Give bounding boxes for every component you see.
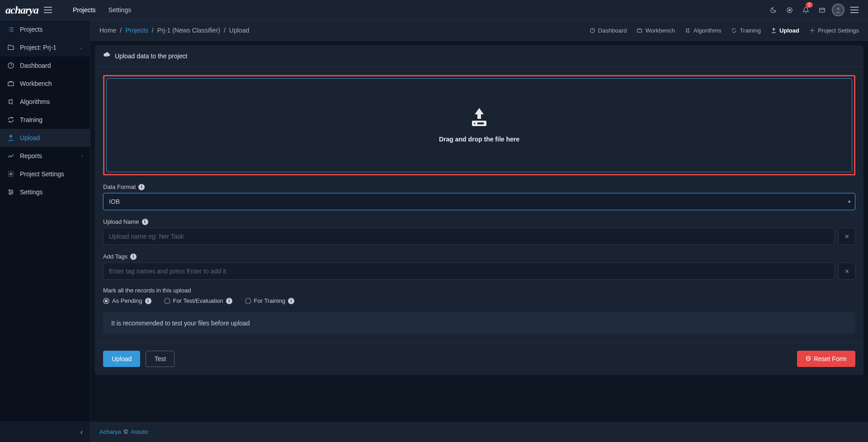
sidebar-item-project-settings[interactable]: Project Settings (0, 165, 90, 183)
dropzone-text: Drag and drop the file here (439, 136, 519, 143)
training-icon (7, 116, 14, 123)
svg-point-27 (474, 122, 476, 124)
clear-tags-button[interactable]: ✕ (838, 263, 855, 280)
info-icon[interactable]: i (226, 298, 232, 304)
test-button[interactable]: Test (146, 351, 175, 367)
tab-dashboard[interactable]: Dashboard (590, 27, 627, 34)
svg-point-19 (11, 192, 13, 193)
sidebar-project[interactable]: Project: Prj-1 ⌄ (0, 38, 90, 56)
tab-workbench[interactable]: Workbench (637, 27, 675, 34)
file-dropzone[interactable]: Drag and drop the file here (106, 78, 852, 172)
info-icon[interactable]: i (142, 219, 148, 225)
workbench-icon (7, 80, 14, 87)
dropzone-highlight: Drag and drop the file here (103, 75, 855, 175)
help-icon[interactable] (781, 2, 797, 18)
sidebar-label: Reports (20, 152, 76, 160)
notification-badge: 2 (806, 2, 813, 8)
footer-app-link[interactable]: Acharya (99, 428, 121, 435)
sidebar-collapse[interactable]: ‹ (0, 422, 90, 442)
upload-large-icon (468, 108, 490, 128)
info-alert: It is recommended to test your files bef… (103, 312, 855, 334)
svg-point-18 (9, 190, 10, 191)
crumb-project[interactable]: Prj-1 (News Classifier) (157, 27, 220, 34)
sidebar-label: Training (20, 116, 83, 123)
upload-icon (7, 134, 14, 141)
avatar[interactable] (830, 2, 846, 18)
upload-card: Upload data to the project Drag and drop… (95, 45, 863, 375)
sidebar-label: Project: Prj-1 (20, 44, 74, 51)
reset-form-button[interactable]: Reset Form (797, 351, 855, 367)
sidebar-item-training[interactable]: Training (0, 111, 90, 129)
info-icon[interactable]: i (138, 184, 145, 190)
upload-name-input[interactable] (103, 228, 835, 245)
sidebar-label: Workbench (20, 80, 83, 87)
breadcrumb: Home/ Projects/ Prj-1 (News Classifier)/… (99, 27, 249, 34)
sidebar-group-projects[interactable]: Projects (0, 20, 90, 38)
crumb-projects[interactable]: Projects (125, 27, 148, 34)
card-header: Upload data to the project (95, 45, 863, 67)
info-icon[interactable]: i (145, 298, 151, 304)
reports-icon (7, 152, 14, 160)
sidebar-item-settings[interactable]: Settings (0, 183, 90, 201)
radio-test[interactable]: For Test/Evaluation i (164, 297, 232, 304)
tab-upload[interactable]: Upload (771, 27, 799, 34)
add-tags-input[interactable] (103, 263, 835, 280)
card-title: Upload data to the project (115, 52, 187, 60)
algorithms-icon (7, 98, 14, 105)
theme-toggle-icon[interactable] (765, 2, 781, 18)
sidebar-label: Algorithms (20, 98, 83, 105)
app-footer: Acharya © Astutic (90, 422, 868, 442)
upload-name-label: Upload Name i (103, 218, 855, 225)
tab-project-settings[interactable]: Project Settings (809, 27, 859, 34)
sidebar: Projects Project: Prj-1 ⌄ Dashboard Work… (0, 20, 90, 442)
notifications-icon[interactable]: 2 (797, 2, 814, 18)
svg-point-14 (10, 173, 12, 175)
svg-rect-12 (8, 82, 14, 86)
sliders-icon (7, 188, 14, 196)
radio-pending[interactable]: As Pending i (103, 297, 151, 304)
tab-algorithms[interactable]: Algorithms (685, 27, 721, 34)
radio-training[interactable]: For Training i (245, 297, 294, 304)
crumb-current: Upload (229, 27, 249, 34)
footer-company-link[interactable]: Astutic (131, 428, 148, 435)
sidebar-item-workbench[interactable]: Workbench (0, 75, 90, 93)
sidebar-item-upload[interactable]: Upload (0, 129, 90, 147)
svg-point-1 (788, 9, 790, 11)
upload-button[interactable]: Upload (103, 351, 140, 367)
brand-logo: acharya (5, 4, 38, 16)
main: Home/ Projects/ Prj-1 (News Classifier)/… (90, 20, 868, 442)
radio-icon (245, 298, 251, 304)
dashboard-icon (7, 62, 14, 69)
cloud-upload-icon (103, 52, 110, 60)
sidebar-label: Projects (20, 26, 83, 33)
tab-training[interactable]: Training (731, 27, 760, 34)
clear-upload-name-button[interactable]: ✕ (838, 228, 855, 245)
chevron-left-icon: ‹ (80, 428, 83, 436)
sidebar-item-reports[interactable]: Reports ‹ (0, 147, 90, 165)
tab-nav: Dashboard Workbench Algorithms Training … (590, 27, 859, 34)
svg-rect-28 (477, 122, 484, 124)
sidebar-label: Settings (20, 188, 83, 196)
radio-icon (164, 298, 170, 304)
footer-copy: © (124, 428, 128, 435)
sidebar-label: Project Settings (20, 170, 83, 178)
svg-point-20 (9, 193, 11, 195)
svg-rect-2 (819, 8, 824, 12)
chevron-left-icon: ‹ (81, 154, 83, 159)
topnav-projects[interactable]: Projects (66, 6, 102, 14)
data-format-select[interactable]: IOB (103, 193, 855, 210)
list-icon (7, 26, 14, 33)
info-icon[interactable]: i (288, 298, 294, 304)
window-icon[interactable] (814, 2, 830, 18)
top-bar: acharya Projects Settings 2 (0, 0, 868, 20)
radio-icon (103, 298, 109, 304)
info-icon[interactable]: i (130, 254, 137, 260)
topnav-settings[interactable]: Settings (102, 6, 138, 14)
more-menu-icon[interactable] (846, 2, 863, 18)
crumb-home[interactable]: Home (99, 27, 116, 34)
sidebar-label: Dashboard (20, 62, 83, 69)
breadcrumb-row: Home/ Projects/ Prj-1 (News Classifier)/… (90, 20, 868, 41)
menu-toggle-icon[interactable] (44, 7, 52, 13)
sidebar-item-algorithms[interactable]: Algorithms (0, 93, 90, 111)
sidebar-item-dashboard[interactable]: Dashboard (0, 56, 90, 75)
